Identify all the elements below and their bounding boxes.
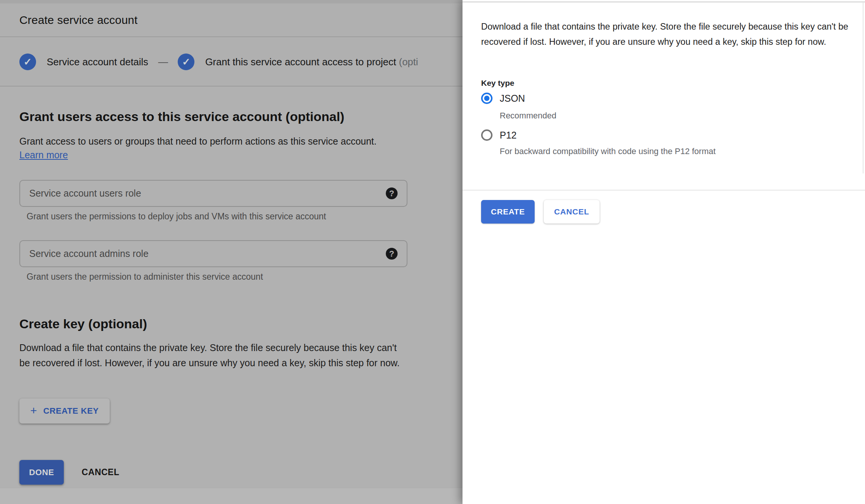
service-account-users-role-field[interactable]: Service account users role ? bbox=[19, 180, 407, 207]
create-button[interactable]: CREATE bbox=[481, 200, 535, 224]
page-header: Create service account bbox=[0, 3, 462, 37]
done-button[interactable]: DONE bbox=[19, 460, 64, 485]
done-button-label: DONE bbox=[29, 468, 54, 477]
field-placeholder: Service account users role bbox=[29, 188, 386, 199]
key-description: Download a file that contains the privat… bbox=[481, 19, 862, 49]
radio-option-p12[interactable]: P12 bbox=[481, 129, 516, 141]
p12-option-description: For backward compatibility with code usi… bbox=[500, 146, 716, 156]
step-label: Grant this service account access to pro… bbox=[205, 56, 418, 68]
panel-cancel-button[interactable]: CANCEL bbox=[544, 200, 600, 224]
admins-role-helper-text: Grant users the permission to administer… bbox=[27, 272, 263, 282]
plus-icon: + bbox=[30, 404, 37, 417]
grant-users-heading: Grant users access to this service accou… bbox=[19, 109, 344, 124]
page-bottom-strip bbox=[0, 488, 462, 504]
radio-option-json[interactable]: JSON bbox=[481, 93, 525, 104]
step-label-clipped-suffix: (opti bbox=[399, 56, 418, 68]
radio-selected-icon[interactable] bbox=[481, 93, 492, 104]
field-placeholder: Service account admins role bbox=[29, 248, 386, 259]
radio-unselected-icon[interactable] bbox=[481, 129, 492, 141]
learn-more-link[interactable]: Learn more bbox=[19, 150, 68, 161]
create-key-button-label: CREATE KEY bbox=[43, 406, 99, 416]
create-key-description: Download a file that contains the privat… bbox=[19, 340, 401, 370]
page-cancel-label: CANCEL bbox=[82, 467, 119, 477]
json-option-description: Recommended bbox=[500, 111, 556, 121]
help-icon[interactable]: ? bbox=[386, 187, 398, 199]
radio-label-json: JSON bbox=[500, 93, 525, 104]
service-account-admins-role-field[interactable]: Service account admins role ? bbox=[19, 240, 407, 267]
top-band bbox=[0, 0, 462, 3]
step-grant-access-to-project[interactable]: ✓ Grant this service account access to p… bbox=[178, 54, 418, 70]
step-complete-icon: ✓ bbox=[19, 54, 36, 70]
create-key-heading: Create key (optional) bbox=[19, 317, 147, 331]
radio-label-p12: P12 bbox=[500, 130, 516, 141]
grant-users-description: Grant access to users or groups that nee… bbox=[19, 134, 403, 149]
create-key-button[interactable]: + CREATE KEY bbox=[19, 398, 110, 424]
page-cancel-button[interactable]: CANCEL bbox=[82, 460, 119, 485]
panel-top-divider bbox=[462, 1, 865, 3]
panel-cancel-label: CANCEL bbox=[554, 207, 589, 216]
create-service-account-screen: Create service account ✓ Service account… bbox=[0, 0, 865, 504]
users-role-helper-text: Grant users the permissions to deploy jo… bbox=[27, 211, 326, 222]
step-connector: — bbox=[158, 56, 168, 68]
create-service-account-page-dimmed: Create service account ✓ Service account… bbox=[0, 0, 462, 504]
panel-scrollbar-track[interactable] bbox=[863, 3, 863, 173]
help-icon[interactable]: ? bbox=[386, 248, 398, 260]
step-label: Service account details bbox=[47, 56, 148, 68]
step-service-account-details[interactable]: ✓ Service account details bbox=[19, 54, 148, 70]
create-button-label: CREATE bbox=[491, 207, 525, 216]
check-icon: ✓ bbox=[24, 56, 32, 68]
page-title: Create service account bbox=[19, 14, 137, 27]
key-type-label: Key type bbox=[481, 79, 515, 88]
stepper: ✓ Service account details — ✓ Grant this… bbox=[0, 38, 462, 87]
radio-dot bbox=[484, 96, 489, 101]
step-complete-icon: ✓ bbox=[178, 54, 194, 70]
panel-actions-divider bbox=[462, 190, 865, 191]
check-icon: ✓ bbox=[182, 56, 190, 68]
create-key-side-panel: Download a file that contains the privat… bbox=[462, 0, 865, 504]
